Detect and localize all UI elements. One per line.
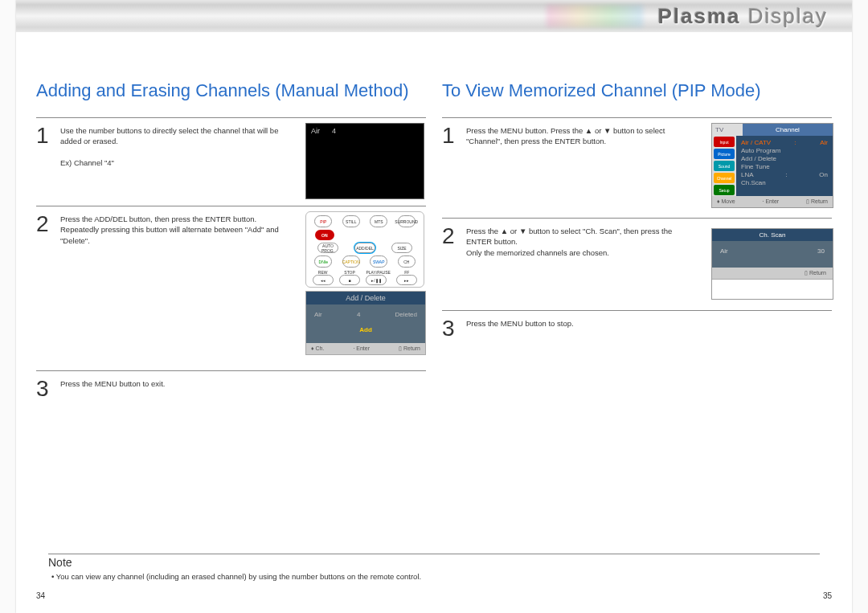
menu-list: Air / CATV:Air Auto Program Add / Delete… <box>736 136 833 196</box>
panel-foot-enter: · Enter <box>353 345 370 352</box>
right-column: To View Memorized Channel (PIP Mode) 1 P… <box>442 80 832 407</box>
panel-action: Add <box>314 323 417 337</box>
step1-graphic: Air 4 <box>305 123 426 199</box>
note-title: Note <box>48 554 820 569</box>
tab-picture: Picture <box>714 149 735 159</box>
panel-channel-num: 4 <box>357 311 360 318</box>
remote-stop-label: STOP <box>344 270 355 275</box>
menu-foot-enter: · Enter <box>763 198 780 205</box>
product-title: Plasma Display <box>657 4 828 29</box>
channel-menu: TV Channel Input Picture Sound Channel S… <box>711 123 833 208</box>
tab-input: Input <box>714 137 735 147</box>
page-number-right: 35 <box>823 591 832 600</box>
panel-source: Air <box>314 311 322 318</box>
menu-auto-program: Auto Program <box>741 147 780 154</box>
chscan-preview <box>712 279 833 299</box>
step2-instruction: Press the ▲ or ▼ button to select "Ch. S… <box>466 227 672 246</box>
remote-size-button: SIZE <box>391 243 412 253</box>
remote-still-button: STILL <box>342 215 360 227</box>
remote-ff-icon: ▸▸ <box>396 275 417 285</box>
menu-chscan: Ch.Scan <box>741 179 766 186</box>
right-section-title: To View Memorized Channel (PIP Mode) <box>442 80 832 101</box>
screen-source: Air <box>311 127 320 135</box>
product-name-2: Display <box>748 4 828 28</box>
menu-tv-label: TV <box>712 124 743 136</box>
step1-instruction: Use the number buttons to directly selec… <box>60 126 278 145</box>
tab-channel: Channel <box>714 173 735 183</box>
step-text: Press the MENU button to exit. <box>60 376 297 400</box>
remote-rew-label: REW <box>318 270 328 275</box>
step-number: 1 <box>442 123 458 211</box>
remote-caption-button: CAPTION <box>342 255 360 268</box>
step-number: 2 <box>36 211 52 364</box>
right-step-1: 1 Press the MENU button. Press the ▲ or … <box>442 117 832 211</box>
left-step-2: 2 Press the ADD/DEL button, then press t… <box>36 206 426 364</box>
right-step-3: 3 Press the MENU button to stop. <box>442 310 832 340</box>
menu-lna: LNA <box>741 171 754 178</box>
step-text: Press the ADD/DEL button, then press the… <box>60 211 297 364</box>
chscan-panel: Ch. Scan Air 30 ▯ Return <box>711 228 833 300</box>
step-text: Press the MENU button. Press the ▲ or ▼ … <box>466 123 703 211</box>
remote-play-icon: ▸/❚❚ <box>366 275 387 285</box>
right-step-2: 2 Press the ▲ or ▼ button to select "Ch.… <box>442 218 832 304</box>
chscan-footer: ▯ Return <box>712 268 833 279</box>
note-text: • You can view any channel (including an… <box>48 572 820 581</box>
panel-foot-ch: ♦ Ch. <box>311 345 324 352</box>
remote-ch-button: CH <box>398 255 416 268</box>
page-number-left: 34 <box>36 591 45 600</box>
tab-sound: Sound <box>714 161 735 171</box>
step2-note: Only the memorized channels are chosen. <box>466 248 609 257</box>
header-bar: Plasma Display <box>16 0 852 32</box>
panel-title: Add / Delete <box>306 292 425 304</box>
step1-tv-menu: TV Channel Input Picture Sound Channel S… <box>711 123 832 211</box>
step1-example: Ex) Channel "4" <box>60 158 114 167</box>
remote-ff-label: FF <box>404 270 409 275</box>
step-number: 2 <box>442 223 458 304</box>
remote-diagram: PIP STILL MTS SURROUND ON AUTO PROG. ADD… <box>305 211 424 288</box>
remote-dnie-button: DNIe <box>314 255 332 268</box>
remote-autoprog-button: AUTO PROG. <box>317 243 338 253</box>
menu-title: Channel <box>743 124 833 136</box>
screen-channel: 4 <box>332 127 336 135</box>
content-area: Adding and Erasing Channels (Manual Meth… <box>16 32 852 407</box>
chscan-title: Ch. Scan <box>712 229 833 241</box>
add-delete-panel: Add / Delete Air 4 Deleted Add ♦ Ch. · E… <box>305 291 426 355</box>
chscan-channel: 30 <box>817 247 825 255</box>
remote-rew-icon: ◂◂ <box>313 275 334 285</box>
remote-stop-icon: ■ <box>339 275 360 285</box>
chscan-source: Air <box>720 247 728 255</box>
note-section: Note • You can view any channel (includi… <box>48 554 820 581</box>
menu-tabs: Input Picture Sound Channel Setup <box>712 136 736 196</box>
menu-foot-move: ♦ Move <box>717 198 735 205</box>
menu-air-catv-val: Air <box>820 139 828 146</box>
tab-setup: Setup <box>714 185 735 195</box>
menu-foot-return: ▯ Return <box>806 198 828 205</box>
tv-screen-air4: Air 4 <box>305 123 424 199</box>
manual-page: Plasma Display Adding and Erasing Channe… <box>16 0 852 613</box>
remote-swap-button: SWAP <box>370 255 387 268</box>
panel-status: Deleted <box>395 311 417 318</box>
menu-lna-val: On <box>819 171 828 178</box>
remote-adddel-button: ADD/DEL <box>354 243 375 253</box>
remote-pip-button: PIP <box>314 215 332 227</box>
left-step-3: 3 Press the MENU button to exit. <box>36 370 426 400</box>
menu-air-catv: Air / CATV <box>741 139 771 146</box>
step-number: 1 <box>36 123 52 199</box>
step-text: Use the number buttons to directly selec… <box>60 123 297 199</box>
remote-surround-button: SURROUND <box>398 215 416 227</box>
menu-add-delete: Add / Delete <box>741 155 776 162</box>
step2-graphic: PIP STILL MTS SURROUND ON AUTO PROG. ADD… <box>305 211 426 364</box>
step2-chscan-panel: Ch. Scan Air 30 ▯ Return <box>711 223 832 304</box>
panel-foot-return: ▯ Return <box>399 345 420 352</box>
left-section-title: Adding and Erasing Channels (Manual Meth… <box>36 80 426 101</box>
menu-fine-tune: Fine Tune <box>741 163 770 170</box>
step-number: 3 <box>442 316 458 340</box>
product-name-1: Plasma <box>657 4 740 28</box>
remote-play-label: PLAY/PAUSE <box>366 270 390 275</box>
remote-on-indicator: ON <box>315 230 334 240</box>
step-text: Press the MENU button to stop. <box>466 316 703 340</box>
left-step-1: 1 Use the number buttons to directly sel… <box>36 117 426 199</box>
step-number: 3 <box>36 376 52 400</box>
left-column: Adding and Erasing Channels (Manual Meth… <box>36 80 426 407</box>
step-text: Press the ▲ or ▼ button to select "Ch. S… <box>466 223 703 304</box>
